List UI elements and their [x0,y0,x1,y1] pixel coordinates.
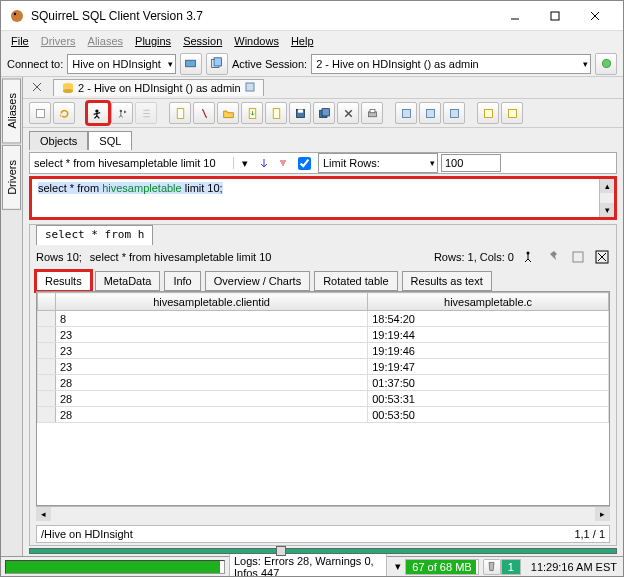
history-sort-icon[interactable] [256,158,272,168]
table-row[interactable]: 2319:19:46 [38,343,609,359]
col-header-0[interactable]: hivesampletable.clientid [56,293,368,311]
subtab-info[interactable]: Info [164,271,200,291]
open-folder-icon[interactable] [217,102,239,124]
gc-icon[interactable] [483,559,501,575]
logs-dropdown-icon[interactable]: ▾ [391,560,405,573]
window-titlebar: SQuirreL SQL Client Version 3.7 [1,1,623,31]
table-row[interactable]: 2800:53:50 [38,407,609,423]
new-file-icon[interactable] [169,102,191,124]
session-tab-row: 2 - Hive on HDInsight () as admin [23,77,623,99]
limit-rows-dropdown[interactable]: Limit Rows: [318,153,438,173]
menu-session[interactable]: Session [177,33,228,49]
rerun-icon[interactable] [522,249,538,265]
session-close-icon[interactable] [31,81,43,93]
next-sql-icon[interactable] [419,102,441,124]
result-tab[interactable]: select * from h [36,225,153,245]
extra1-icon[interactable] [477,102,499,124]
refresh-icon[interactable] [53,102,75,124]
split-slider[interactable] [29,548,617,554]
svg-rect-6 [186,60,196,67]
menubar: File Drivers Aliases Plugins Session Win… [1,31,623,51]
result-query: select * from hivesampletable limit 10 [90,251,272,263]
detach-icon[interactable] [570,249,586,265]
tab-objects[interactable]: Objects [29,131,88,150]
path-bar: /Hive on HDInsight 1,1 / 1 [36,525,610,543]
connect-alias-dropdown[interactable]: Hive on HDInsight [67,54,176,74]
pin-icon[interactable] [546,249,562,265]
logs-status[interactable]: Logs: Errors 28, Warnings 0, Infos 447 [229,553,387,578]
extra2-icon[interactable] [501,102,523,124]
session-tab[interactable]: 2 - Hive on HDInsight () as admin [53,79,264,96]
svg-rect-30 [177,108,184,118]
subtab-astext[interactable]: Results as text [402,271,492,291]
print-icon[interactable] [361,102,383,124]
session-go-icon[interactable] [595,53,617,75]
session-tab-more-icon[interactable] [245,82,255,94]
subtab-overview[interactable]: Overview / Charts [205,271,310,291]
memory-status[interactable]: 67 of 68 MB [405,559,478,575]
limit-rows-input[interactable] [441,154,501,172]
results-grid[interactable]: hivesampletable.clientid hivesampletable… [36,291,610,506]
run-sql-button[interactable] [87,102,109,124]
svg-rect-34 [298,109,303,112]
catalog-icon[interactable] [29,102,51,124]
append-run-icon[interactable] [135,102,157,124]
active-session-dropdown[interactable]: 2 - Hive on HDInsight () as admin [311,54,591,74]
subtab-metadata[interactable]: MetaData [95,271,161,291]
history-filter-icon[interactable] [275,158,291,168]
menu-plugins[interactable]: Plugins [129,33,177,49]
disk-icon[interactable] [289,102,311,124]
svg-rect-45 [508,109,516,117]
col-header-1[interactable]: hivesampletable.c [368,293,609,311]
save-file-icon[interactable] [241,102,263,124]
svg-rect-32 [273,108,280,118]
run-all-icon[interactable] [111,102,133,124]
history-dropdown-icon[interactable]: ▾ [237,157,253,170]
menu-help[interactable]: Help [285,33,320,49]
path-text: /Hive on HDInsight [41,528,133,540]
svg-rect-42 [426,109,434,117]
results-panel: select * from h Rows 10; select * from h… [29,224,617,546]
connect-icon[interactable] [180,53,202,75]
menu-drivers[interactable]: Drivers [35,33,82,49]
svg-point-9 [602,59,610,67]
window-maximize-button[interactable] [535,2,575,30]
clock: 11:29:16 AM EST [525,561,623,573]
subtab-rotated[interactable]: Rotated table [314,271,397,291]
editor-scrollbar[interactable]: ▴▾ [599,179,614,217]
window-close-button[interactable] [575,2,615,30]
window-minimize-button[interactable] [495,2,535,30]
disk-multi-icon[interactable] [313,102,335,124]
history-icon[interactable] [443,102,465,124]
grid-hscrollbar[interactable]: ◂▸ [36,506,610,521]
svg-rect-15 [246,83,254,91]
svg-rect-41 [402,109,410,117]
menu-file[interactable]: File [5,33,35,49]
rows-label: Rows 10; [36,251,82,263]
sidetab-aliases[interactable]: Aliases [2,78,21,143]
svg-rect-43 [450,109,458,117]
svg-line-22 [96,112,99,113]
window-title: SQuirreL SQL Client Version 3.7 [31,9,495,23]
close-result-icon[interactable] [594,249,610,265]
sql-editor[interactable]: select * from hivesampletable limit 10; … [29,176,617,220]
subtab-results[interactable]: Results [36,271,91,291]
menu-windows[interactable]: Windows [228,33,285,49]
sidetab-drivers[interactable]: Drivers [2,145,21,210]
menu-aliases[interactable]: Aliases [82,33,129,49]
table-row[interactable]: 2319:19:44 [38,327,609,343]
result-info-bar: Rows 10; select * from hivesampletable l… [30,245,616,269]
new-session-icon[interactable] [206,53,228,75]
table-row[interactable]: 818:54:20 [38,311,609,327]
delete-icon[interactable] [337,102,359,124]
save-as-icon[interactable] [265,102,287,124]
prev-sql-icon[interactable] [395,102,417,124]
limit-rows-checkbox[interactable] [298,157,311,170]
script-icon[interactable] [193,102,215,124]
session-count[interactable]: 1 [501,559,521,575]
table-row[interactable]: 2801:37:50 [38,375,609,391]
tab-sql[interactable]: SQL [88,131,132,150]
history-text: select * from hivesampletable limit 10 [34,157,234,169]
table-row[interactable]: 2800:53:31 [38,391,609,407]
table-row[interactable]: 2319:19:47 [38,359,609,375]
